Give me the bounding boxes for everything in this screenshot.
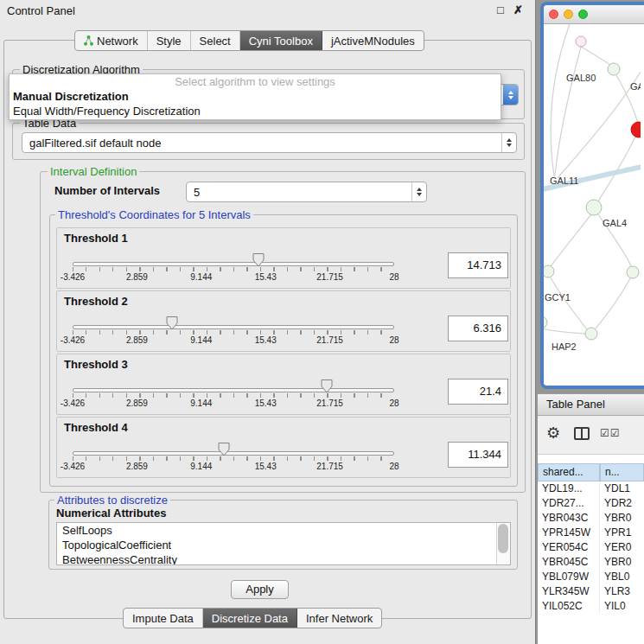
network-graph: GAL80 GA GAL11 GAL4 GCY1 HAP2 [544,24,641,389]
slider-thumb[interactable] [252,253,265,267]
combobox-stepper-icon[interactable] [411,182,426,201]
table-row[interactable]: YBR045CYBR0 [538,555,644,570]
threshold-1-value-field[interactable]: 14.713 [448,252,508,278]
table-cell[interactable]: YDR27... [538,496,600,511]
tab-infer-network[interactable]: Infer Network [297,609,381,628]
network-canvas[interactable]: GAL80 GA GAL11 GAL4 GCY1 HAP2 [544,24,641,389]
tab-style[interactable]: Style [148,31,191,50]
slider-track[interactable] [73,388,394,392]
table-row[interactable]: YDL19...YDL1 [538,481,644,496]
minimize-traffic-light-icon[interactable] [564,10,573,19]
tick-label: 2.859 [126,462,148,471]
network-node[interactable] [627,266,639,278]
table-data-group: Table Data galFiltered.sif default node [12,123,525,160]
table-row[interactable]: YBL079WYBL0 [538,570,644,584]
threshold-2-label: Threshold 2 [64,295,128,308]
float-window-icon[interactable]: □ [497,3,504,16]
list-item-topologicalcoefficient[interactable]: TopologicalCoefficient [57,538,510,552]
tab-impute-data[interactable]: Impute Data [124,609,203,628]
network-node-selected-red[interactable] [631,122,641,137]
list-item-selfloops[interactable]: SelfLoops [57,523,510,538]
combobox-stepper-icon[interactable] [503,85,518,105]
table-row[interactable]: YPR145WYPR1 [538,526,644,540]
gear-icon[interactable]: ⚙ [546,424,560,443]
table-row[interactable]: YBR043CYBR0 [538,511,644,526]
interval-definition-group: Interval Definition Number of Intervals … [40,171,526,493]
select-columns-icon[interactable]: ☑☑ [600,427,621,439]
column-header-name[interactable]: n... [600,463,644,481]
table-cell[interactable]: YDL1 [600,481,644,496]
threshold-1-slider[interactable]: -3.426 2.859 9.144 15.43 21.715 28 [73,251,394,285]
threshold-2-value-field[interactable]: 6.316 [448,316,508,341]
threshold-4-value-field[interactable]: 11.344 [448,442,508,468]
zoom-traffic-light-icon[interactable] [578,10,588,19]
table-data-combobox-value: galFiltered.sif default node [29,133,161,152]
table-row[interactable]: YLR345WYLR3 [538,584,644,599]
slider-thumb[interactable] [166,316,178,330]
slider-thumb[interactable] [218,443,230,456]
threshold-3-slider[interactable]: -3.426 2.859 9.144 15.43 21.715 28 [73,377,394,411]
table-cell[interactable]: YBR045C [538,555,600,570]
tab-select[interactable]: Select [191,31,240,50]
close-traffic-light-icon[interactable] [549,10,558,19]
network-window-titlebar[interactable] [544,5,644,24]
network-node[interactable] [544,316,547,328]
table-data-combobox[interactable]: galFiltered.sif default node [22,132,517,153]
close-window-icon[interactable]: ✗ [513,3,523,16]
table-cell[interactable]: YIL052C [538,599,600,614]
apply-button[interactable]: Apply [231,580,289,599]
table-cell[interactable]: YLR345W [538,584,600,599]
table-cell[interactable]: YIL0 [600,599,644,614]
threshold-2-slider[interactable]: -3.426 2.859 9.144 15.43 21.715 28 [73,314,394,348]
attributes-group-label: Attributes to discretize [54,494,170,507]
tab-jactivemnodules[interactable]: jActiveMNodules [322,31,424,50]
table-cell[interactable]: YBR043C [538,511,600,526]
table-row[interactable]: YIL052CYIL0 [538,599,644,614]
table-cell[interactable]: YBR0 [600,511,644,526]
node-label-gal80: GAL80 [566,73,596,83]
columns-icon[interactable] [574,427,590,440]
list-item-betweennesscentrality[interactable]: BetweennessCentrality [57,552,510,565]
slider-track[interactable] [73,451,394,456]
scrollbar-thumb[interactable] [498,524,508,553]
slider-track[interactable] [73,325,394,329]
slider-track[interactable] [73,262,394,266]
dropdown-option-equal-width-frequency[interactable]: Equal Width/Frequency Discretization [10,104,501,118]
table-cell[interactable]: YDL19... [538,481,600,496]
table-cell[interactable]: YPR1 [600,526,644,540]
screenshot-root: Control Panel □ ✗ Network Style Select C… [0,0,644,644]
table-row[interactable]: YER054CYER0 [538,540,644,555]
table-cell[interactable]: YBL079W [538,570,600,584]
network-node[interactable] [608,63,620,75]
threshold-4-slider[interactable]: -3.426 2.859 9.144 15.43 21.715 28 [73,440,394,475]
dropdown-option-manual-discretization[interactable]: Manual Discretization [10,89,501,104]
window-title: Control Panel [7,4,75,17]
table-cell[interactable]: YBL0 [600,570,644,584]
network-node[interactable] [544,265,554,277]
list-scrollbar[interactable] [496,523,510,564]
slider-thumb[interactable] [321,379,333,393]
tab-network[interactable]: Network [75,31,148,50]
dropdown-placeholder-option[interactable]: Select algorithm to view settings [10,75,501,89]
threshold-3-value-field[interactable]: 21.4 [448,379,508,405]
tab-discretize-data[interactable]: Discretize Data [203,609,297,628]
tab-cyni-toolbox[interactable]: Cyni Toolbox [240,31,322,50]
slider-ticks [73,267,394,271]
table-cell[interactable]: YER054C [538,540,600,555]
column-header-shared[interactable]: shared... [538,463,600,481]
node-label-gal11: GAL11 [550,175,578,186]
tick-label: 15.43 [255,272,277,282]
table-cell[interactable]: YPR145W [538,526,600,540]
network-node[interactable] [576,36,586,47]
combobox-stepper-icon[interactable] [501,133,516,152]
slider-ticks [73,330,394,335]
table-cell[interactable]: YER0 [600,540,644,555]
number-of-intervals-combobox[interactable]: 5 [186,182,427,202]
tab-style-label: Style [156,35,182,48]
network-node[interactable] [585,328,597,340]
table-cell[interactable]: YDR2 [600,496,644,511]
table-cell[interactable]: YBR0 [600,555,644,570]
table-row[interactable]: YDR27...YDR2 [538,496,644,511]
network-node[interactable] [586,200,602,215]
table-cell[interactable]: YLR3 [600,584,644,599]
